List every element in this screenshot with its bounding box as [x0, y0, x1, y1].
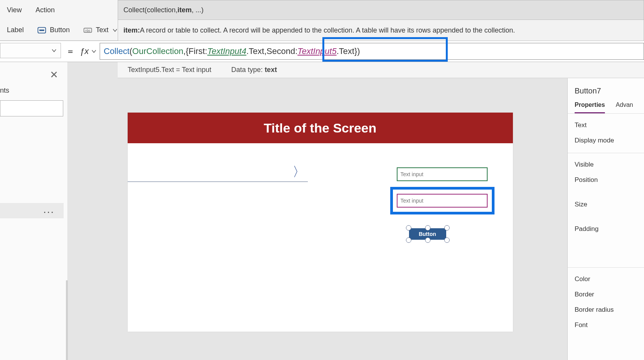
prop-padding[interactable]: Padding — [568, 208, 644, 233]
resize-handle-s[interactable] — [425, 237, 430, 243]
chevron-down-icon — [112, 28, 118, 33]
prop-color[interactable]: Color — [568, 268, 644, 283]
hint-current-param: item — [177, 6, 192, 14]
resize-handle-se[interactable] — [444, 237, 450, 243]
svg-rect-1 — [39, 29, 44, 31]
property-selector-dropdown[interactable] — [0, 43, 61, 58]
tok-ref-textinput4: TextInput4 — [207, 46, 246, 56]
tok-ref-textinput5: TextInput5 — [297, 46, 337, 56]
prop-visible[interactable]: Visible — [568, 153, 644, 169]
text-text: Text — [96, 26, 108, 34]
tok-close: ) — [357, 46, 360, 56]
tok-key-first: First: — [189, 46, 207, 56]
formula-signature-hint: Collect (collection, item , ...) — [118, 0, 644, 20]
prop-border-radius[interactable]: Border radius — [568, 298, 644, 314]
tok-suffix2: .Text — [337, 46, 354, 56]
prop-size[interactable]: Size — [568, 184, 644, 208]
properties-panel: Button7 Properties Advan Text Display mo… — [567, 78, 644, 360]
formula-result-info: TextInput5.Text = Text input Data type: … — [118, 62, 644, 78]
chevron-down-icon — [51, 48, 57, 53]
tree-view-panel: ✕ nts ··· — [0, 62, 68, 360]
prop-font[interactable]: Font — [568, 314, 644, 329]
fx-label[interactable]: ƒx — [80, 46, 99, 56]
close-icon[interactable]: ✕ — [50, 69, 58, 81]
prop-text[interactable]: Text — [568, 114, 644, 129]
button-icon — [38, 27, 46, 34]
tok-open: ( — [130, 46, 132, 56]
prop-border[interactable]: Border — [568, 283, 644, 298]
hint-prefix: (collection, — [145, 6, 177, 14]
resize-handle-nw[interactable] — [406, 225, 411, 231]
formula-bar-row: = ƒx Collect ( OurCollection , { First: … — [0, 41, 644, 62]
button-text: Button — [50, 26, 70, 34]
hint-suffix: , ...) — [192, 6, 204, 14]
info-eq: = — [176, 66, 182, 74]
tab-properties[interactable]: Properties — [575, 101, 605, 113]
tok-brace-close: } — [354, 46, 357, 56]
panel-heading-partial: nts — [0, 87, 9, 95]
panel-resize-handle[interactable] — [66, 280, 68, 360]
param-name: item: — [123, 26, 140, 34]
chevron-right-icon[interactable]: 〉 — [292, 163, 306, 181]
label-text: Label — [7, 26, 24, 34]
insert-label-control[interactable]: Label — [0, 26, 31, 34]
param-body: A record or table to collect. A record w… — [140, 26, 515, 34]
menu-view[interactable]: View — [0, 6, 29, 14]
resize-handle-sw[interactable] — [406, 237, 411, 243]
formula-input[interactable]: Collect ( OurCollection , { First: TextI… — [100, 43, 644, 60]
underline-control[interactable] — [128, 182, 308, 182]
resize-handle-n[interactable] — [425, 225, 430, 231]
chevron-down-icon — [91, 49, 97, 54]
tab-advanced[interactable]: Advan — [616, 101, 633, 113]
info-lhs: TextInput5.Text — [128, 66, 174, 74]
insert-button-control[interactable]: Button — [31, 26, 77, 34]
equals-sign: = — [61, 47, 80, 56]
tree-search-input[interactable] — [0, 100, 63, 116]
menu-action[interactable]: Action — [29, 6, 62, 14]
tok-suffix1: .Text — [246, 46, 264, 56]
hint-fn: Collect — [123, 6, 145, 14]
dt-value: text — [264, 66, 277, 74]
text-icon: Abc — [84, 27, 92, 34]
formula-param-description: item: A record or table to collect. A re… — [118, 20, 644, 41]
tok-brace-open: { — [186, 46, 188, 56]
prop-display-mode[interactable]: Display mode — [568, 129, 644, 144]
info-datatype: Data type: text — [221, 66, 287, 74]
svg-text:Abc: Abc — [85, 29, 90, 32]
text-input-5[interactable] — [397, 194, 488, 208]
screen-title-label[interactable]: Title of the Screen — [128, 113, 513, 143]
info-expression: TextInput5.Text = Text input — [118, 66, 221, 74]
resize-handle-ne[interactable] — [444, 225, 450, 231]
dt-label: Data type: — [231, 66, 264, 74]
tok-collection: OurCollection — [132, 46, 183, 56]
more-options-icon[interactable]: ··· — [43, 206, 54, 218]
canvas-area[interactable]: Title of the Screen 〉 Button — [77, 78, 564, 346]
properties-tabs: Properties Advan — [568, 101, 644, 114]
text-input-4[interactable] — [397, 167, 488, 181]
info-rhs: Text input — [182, 66, 211, 74]
tok-function: Collect — [104, 46, 130, 56]
tok-key-second: Second: — [266, 46, 297, 56]
selected-control-name: Button7 — [568, 78, 644, 101]
app-screen[interactable]: Title of the Screen 〉 Button — [128, 113, 513, 332]
prop-position[interactable]: Position — [568, 169, 644, 184]
fx-glyph: ƒx — [80, 46, 89, 56]
